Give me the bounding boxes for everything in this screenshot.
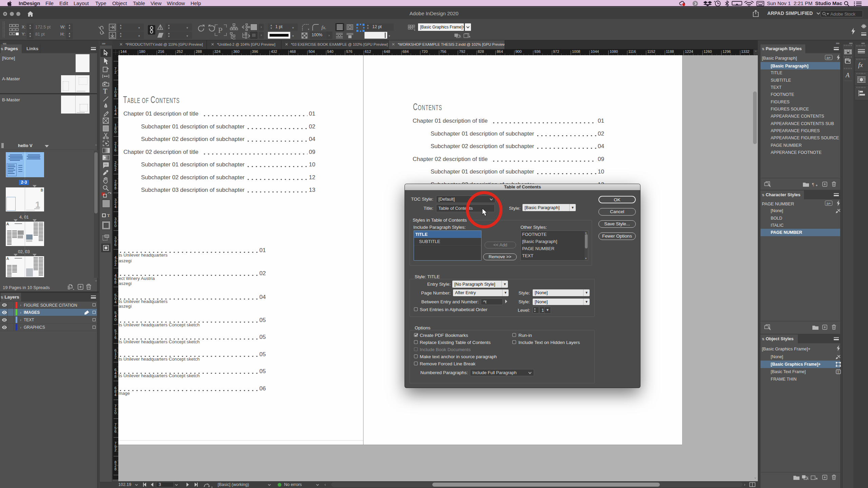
svg-text:T: T: [837, 370, 839, 374]
svg-text:¶: ¶: [812, 182, 814, 187]
